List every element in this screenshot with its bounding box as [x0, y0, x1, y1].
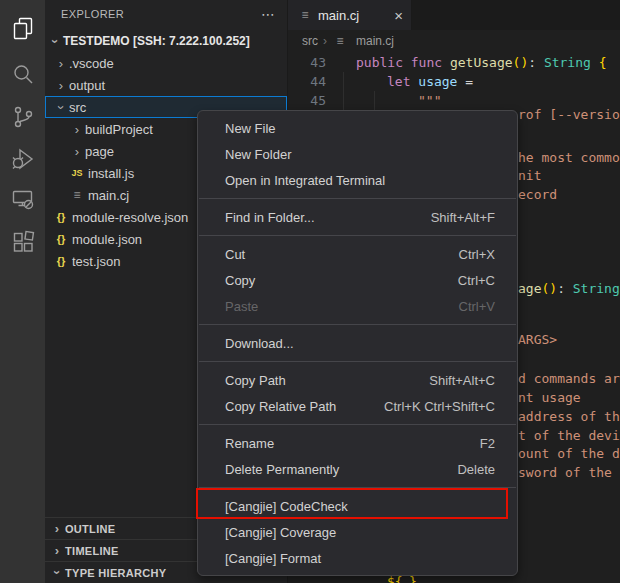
menu-separator	[199, 324, 516, 325]
remote-explorer-icon[interactable]	[0, 179, 45, 219]
menu-item-find-in-folder[interactable]: Find in Folder...Shift+Alt+F	[198, 204, 517, 230]
tab-main-cj[interactable]: ≡ main.cj ×	[288, 0, 412, 30]
cj-file-icon: ≡	[332, 34, 348, 48]
menu-item-shortcut: Shift+Alt+C	[429, 373, 495, 388]
json-icon: {}	[53, 211, 69, 223]
tree-item-.vscode[interactable]: ›.vscode	[45, 52, 287, 74]
explorer-header: EXPLORER ⋯	[45, 0, 287, 28]
menu-item-shortcut: F2	[480, 436, 495, 451]
tab-bar: ≡ main.cj ×	[288, 0, 620, 30]
menu-item-label: Cut	[225, 247, 459, 262]
section-label: OUTLINE	[65, 523, 115, 535]
menu-separator	[199, 198, 516, 199]
menu-item-download[interactable]: Download...	[198, 330, 517, 356]
breadcrumb-folder[interactable]: src	[302, 34, 318, 48]
menu-item-copy[interactable]: CopyCtrl+C	[198, 267, 517, 293]
menu-item-label: Open in Integrated Terminal	[225, 173, 495, 188]
chevron-down-icon: ›	[50, 565, 65, 581]
activity-bar	[0, 0, 45, 583]
menu-item-paste: PasteCtrl+V	[198, 293, 517, 319]
source-control-icon[interactable]	[0, 97, 45, 137]
menu-item-label: Copy Path	[225, 373, 429, 388]
menu-separator	[199, 235, 516, 236]
menu-item-open-in-integrated-terminal[interactable]: Open in Integrated Terminal	[198, 167, 517, 193]
chevron-right-icon: ›	[49, 543, 65, 558]
menu-item-label: New File	[225, 121, 495, 136]
menu-item-new-folder[interactable]: New Folder	[198, 141, 517, 167]
more-actions-icon[interactable]: ⋯	[261, 6, 275, 22]
code-fragment: sword of the d	[518, 463, 620, 482]
chevron-right-icon: ›	[323, 34, 327, 48]
menu-item-label: Copy Relative Path	[225, 399, 384, 414]
code-fragment: ARGS>	[518, 330, 557, 349]
menu-item-shortcut: Delete	[457, 462, 495, 477]
code-fragment: address of the	[518, 407, 620, 426]
section-label: TYPE HIERARCHY	[65, 567, 166, 579]
code-fragment: age(): String	[518, 279, 620, 298]
code-line-43: 43public func getUsage(): String {	[288, 53, 620, 72]
tree-item-label: test.json	[72, 254, 120, 269]
menu-item-label: Find in Folder...	[225, 210, 431, 225]
red-highlight-annotation	[196, 488, 508, 519]
chevron-down-icon: ›	[48, 33, 63, 49]
code-line-44: 44let usage =	[288, 72, 620, 91]
menu-item-shortcut: Ctrl+V	[459, 299, 495, 314]
breadcrumb: src › ≡ main.cj	[288, 30, 620, 52]
files-icon[interactable]	[0, 9, 45, 49]
menu-item-shortcut: Ctrl+K Ctrl+Shift+C	[384, 399, 495, 414]
search-icon[interactable]	[0, 54, 45, 94]
tree-item-label: output	[69, 78, 105, 93]
cj-file-icon: ≡	[298, 8, 312, 22]
menu-item-label: [Cangjie] Format	[225, 551, 495, 566]
code-fragment: t of the devic	[518, 426, 620, 445]
breadcrumb-file[interactable]: main.cj	[356, 34, 394, 48]
json-icon: {}	[53, 255, 69, 267]
menu-item-label: Copy	[225, 273, 458, 288]
tree-item-label: module.json	[72, 232, 142, 247]
close-icon[interactable]: ×	[394, 7, 403, 24]
menu-item-cangjie-format[interactable]: [Cangjie] Format	[198, 545, 517, 571]
menu-item-label: New Folder	[225, 147, 495, 162]
extensions-icon[interactable]	[0, 222, 45, 262]
code-fragment: rof [--version	[518, 105, 620, 124]
menu-separator	[199, 424, 516, 425]
code-fragment: nt usage	[518, 388, 581, 407]
line-number: 43	[288, 53, 326, 72]
code-fragment: d commands are	[518, 369, 620, 388]
tree-item-label: main.cj	[88, 188, 129, 203]
menu-item-cut[interactable]: CutCtrl+X	[198, 241, 517, 267]
menu-item-shortcut: Ctrl+C	[458, 273, 495, 288]
menu-item-copy-relative-path[interactable]: Copy Relative PathCtrl+K Ctrl+Shift+C	[198, 393, 517, 419]
menu-item-delete-permanently[interactable]: Delete PermanentlyDelete	[198, 456, 517, 482]
code-text: let usage =	[387, 72, 473, 91]
cj-file-icon: ≡	[69, 188, 85, 202]
line-number: 45	[288, 91, 326, 110]
code-fragment: he most common	[518, 148, 620, 167]
menu-item-new-file[interactable]: New File	[198, 115, 517, 141]
tree-item-label: TESTDEMO [SSH: 7.222.100.252]	[63, 34, 250, 48]
vscode-window: EXPLORER ⋯ ›TESTDEMO [SSH: 7.222.100.252…	[0, 0, 620, 583]
menu-item-label: Rename	[225, 436, 480, 451]
menu-item-rename[interactable]: RenameF2	[198, 430, 517, 456]
chevron-down-icon: ›	[54, 99, 69, 115]
run-debug-icon[interactable]	[0, 139, 45, 179]
chevron-right-icon: ›	[69, 144, 85, 159]
explorer-title: EXPLORER	[61, 8, 261, 20]
json-icon: {}	[53, 233, 69, 245]
code-fragment: ecord	[518, 185, 557, 204]
tab-label: main.cj	[318, 8, 388, 23]
chevron-right-icon: ›	[53, 56, 69, 71]
menu-item-cangjie-coverage[interactable]: [Cangjie] Coverage	[198, 519, 517, 545]
tree-item-testdemo[interactable]: ›TESTDEMO [SSH: 7.222.100.252]	[45, 30, 287, 52]
line-number: 44	[288, 72, 326, 91]
tree-item-output[interactable]: ›output	[45, 74, 287, 96]
tree-item-label: install.js	[88, 166, 134, 181]
section-label: TIMELINE	[65, 545, 119, 557]
menu-item-label: Download...	[225, 336, 495, 351]
tree-item-label: buildProject	[85, 122, 153, 137]
chevron-right-icon: ›	[49, 521, 65, 536]
menu-item-copy-path[interactable]: Copy PathShift+Alt+C	[198, 367, 517, 393]
menu-item-shortcut: Shift+Alt+F	[431, 210, 495, 225]
chevron-right-icon: ›	[53, 78, 69, 93]
code-text: public func getUsage(): String {	[356, 53, 607, 72]
